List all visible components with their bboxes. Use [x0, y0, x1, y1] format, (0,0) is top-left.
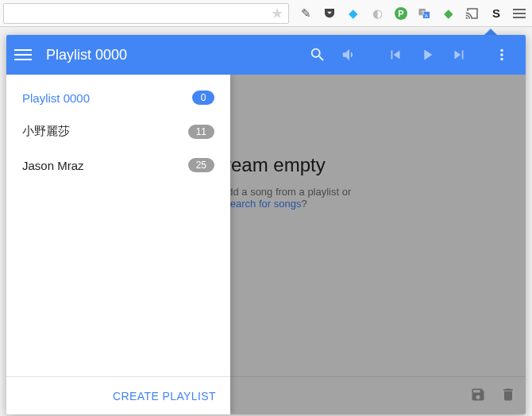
playlist-item[interactable]: 小野麗莎 11: [6, 114, 230, 148]
play-icon: [418, 46, 436, 64]
hamburger-icon[interactable]: [14, 46, 32, 64]
evernote-icon[interactable]: ✎: [299, 6, 313, 21]
more-vert-icon: [493, 46, 511, 64]
volume-icon: [341, 46, 358, 64]
sidebar-footer: CREATE PLAYLIST: [6, 376, 230, 414]
playlist-list: Playlist 0000 0 小野麗莎 11 Jason Mraz 25: [6, 75, 230, 376]
playlist-name: 小野麗莎: [22, 124, 188, 139]
pushbullet-icon[interactable]: P: [394, 6, 408, 21]
playlist-count-badge: 0: [192, 91, 214, 105]
diamond-icon[interactable]: ◆: [346, 6, 360, 21]
volume-button[interactable]: [333, 39, 365, 71]
create-playlist-button[interactable]: CREATE PLAYLIST: [113, 390, 216, 403]
more-button[interactable]: [486, 39, 518, 71]
green-tag-icon[interactable]: ◆: [441, 6, 456, 21]
content-area: Stream empty Why not add a song from a p…: [6, 75, 526, 414]
play-button[interactable]: [411, 39, 443, 71]
sidebar: Playlist 0000 0 小野麗莎 11 Jason Mraz 25 CR…: [6, 75, 230, 414]
chrome-menu-icon[interactable]: [511, 6, 527, 21]
extension-popup: Playlist 0000 Stream empty Why not a: [6, 35, 526, 414]
extension-icons: ✎ ◆ ◐ P 文A ◆ S: [299, 6, 503, 21]
pocket-icon[interactable]: [322, 6, 337, 21]
svg-text:A: A: [425, 13, 428, 17]
star-icon[interactable]: ★: [271, 5, 283, 22]
playlist-item[interactable]: Playlist 0000 0: [6, 81, 230, 114]
browser-toolbar: ★ ✎ ◆ ◐ P 文A ◆ S: [0, 0, 532, 27]
playlist-count-badge: 11: [188, 125, 214, 139]
search-icon: [309, 46, 326, 64]
app-header: Playlist 0000: [6, 35, 526, 75]
omnibox[interactable]: ★: [3, 3, 289, 24]
translate-icon[interactable]: 文A: [418, 6, 432, 21]
skip-previous-icon: [387, 46, 404, 64]
search-button[interactable]: [302, 39, 333, 71]
popup-pointer: [484, 29, 497, 35]
skip-next-icon: [450, 46, 468, 64]
prev-button[interactable]: [380, 39, 411, 71]
streamus-icon[interactable]: S: [489, 6, 503, 21]
cast-icon[interactable]: [465, 6, 480, 21]
playlist-item[interactable]: Jason Mraz 25: [6, 148, 230, 182]
next-button[interactable]: [443, 39, 475, 71]
playlist-name: Jason Mraz: [22, 159, 188, 172]
circle-icon[interactable]: ◐: [370, 6, 384, 21]
playlist-name: Playlist 0000: [22, 91, 192, 105]
playlist-count-badge: 25: [188, 158, 214, 172]
header-title: Playlist 0000: [46, 47, 127, 64]
